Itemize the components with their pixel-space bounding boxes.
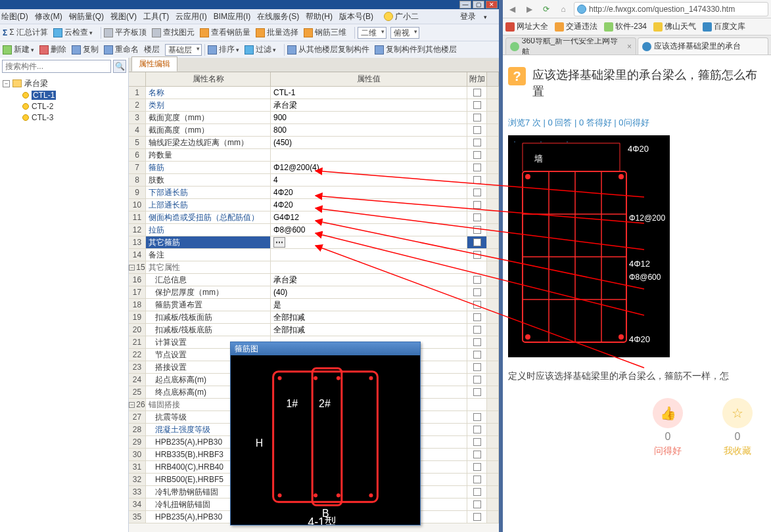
tree-root[interactable]: − 承台梁	[3, 78, 126, 89]
add-checkbox[interactable]	[473, 376, 481, 384]
menu-help[interactable]: 帮助(H)	[306, 11, 333, 22]
property-row[interactable]: 2类别承台梁	[129, 99, 499, 112]
favorite-button[interactable]: ☆ 0 我收藏	[722, 398, 753, 457]
add-checkbox[interactable]	[473, 301, 481, 309]
add-checkbox[interactable]	[473, 164, 481, 171]
add-checkbox[interactable]	[473, 451, 481, 458]
find-elem-button[interactable]: 查找图元	[152, 27, 195, 38]
stirrup-diagram-window[interactable]: 箍筋图 1# 2# H B 4-	[230, 342, 421, 525]
tree-item[interactable]: CTL-2	[3, 100, 126, 112]
property-row[interactable]: 9下部通长筋4Φ20	[129, 187, 499, 199]
add-checkbox[interactable]	[473, 276, 481, 284]
property-row[interactable]: 8肢数4	[129, 174, 499, 187]
browser-tab[interactable]: 360导航_新一代安全上网导航 ×	[505, 37, 636, 55]
search-input[interactable]	[2, 60, 111, 73]
add-checkbox[interactable]	[473, 351, 481, 359]
cloud-check-button[interactable]: 云检查▾	[53, 27, 93, 38]
good-question-button[interactable]: 👍 0 问得好	[653, 398, 683, 457]
property-row[interactable]: 13其它箍筋⋯	[129, 236, 499, 249]
menu-version[interactable]: 版本号(B)	[339, 11, 373, 22]
menu-bim[interactable]: BIM应用(I)	[214, 11, 251, 22]
url-bar[interactable]: http://e.fwxgx.com/question_1474330.htm	[574, 2, 768, 16]
collapse-icon[interactable]: −	[3, 80, 10, 87]
property-row[interactable]: 16 汇总信息承台梁	[129, 274, 499, 286]
add-checkbox[interactable]	[473, 151, 481, 159]
add-checkbox[interactable]	[473, 139, 481, 146]
add-checkbox[interactable]	[473, 251, 481, 259]
property-row[interactable]: 17 保护层厚度（mm）(40)	[129, 286, 499, 299]
add-checkbox[interactable]	[473, 388, 481, 396]
add-checkbox[interactable]	[473, 201, 481, 209]
add-checkbox[interactable]	[473, 513, 481, 521]
add-checkbox[interactable]	[473, 413, 481, 421]
property-row[interactable]: 19 扣减板/筏板面筋全部扣减	[129, 311, 499, 324]
copy-from-button[interactable]: 从其他楼层复制构件	[287, 44, 369, 55]
add-checkbox[interactable]	[473, 226, 481, 234]
add-checkbox[interactable]	[473, 213, 481, 221]
add-checkbox[interactable]	[473, 326, 481, 334]
property-row[interactable]: 5轴线距梁左边线距离（mm）(450)	[129, 137, 499, 149]
add-checkbox[interactable]	[473, 101, 481, 109]
sum-calc-button[interactable]: ΣΣ 汇总计算	[3, 27, 48, 38]
bookmark-item[interactable]: 网址大全	[505, 21, 548, 32]
add-checkbox[interactable]	[473, 363, 481, 371]
property-row[interactable]: 12拉筋Φ8@600	[129, 224, 499, 236]
tree-item[interactable]: CTL-3	[3, 112, 126, 123]
view-dir-select[interactable]: 俯视	[390, 27, 419, 39]
menu-modify[interactable]: 修改(M)	[35, 11, 62, 22]
batch-sel-button[interactable]: 批量选择	[256, 27, 298, 38]
bookmark-item[interactable]: 交通违法	[555, 21, 597, 32]
property-row[interactable]: −15其它属性	[129, 261, 499, 274]
bookmark-item[interactable]: 佛山天气	[653, 21, 696, 32]
add-checkbox[interactable]	[473, 426, 481, 433]
menu-rebar[interactable]: 钢筋量(Q)	[69, 11, 104, 22]
add-checkbox[interactable]	[473, 500, 481, 508]
new-button[interactable]: 新建▾	[3, 44, 34, 55]
back-button[interactable]: ◀	[505, 3, 519, 16]
property-row[interactable]: 3截面宽度（mm）900	[129, 112, 499, 124]
add-checkbox[interactable]	[473, 176, 481, 184]
rename-button[interactable]: 重命名	[104, 44, 139, 55]
bookmark-item[interactable]: 软件-234	[604, 21, 647, 32]
view-mode-select[interactable]: 二维	[358, 27, 386, 39]
rebar-3d-button[interactable]: 钢筋三维	[304, 27, 346, 38]
menu-view[interactable]: 视图(V)	[110, 11, 137, 22]
add-checkbox[interactable]	[473, 313, 481, 321]
property-row[interactable]: 10上部通长筋4Φ20	[129, 199, 499, 211]
delete-button[interactable]: 删除	[39, 44, 66, 55]
menu-cloud[interactable]: 云应用(I)	[175, 11, 206, 22]
add-checkbox[interactable]	[473, 488, 481, 496]
add-checkbox[interactable]	[473, 288, 481, 296]
menu-online[interactable]: 在线服务(S)	[257, 11, 299, 22]
menu-tool[interactable]: 工具(T)	[143, 11, 169, 22]
property-row[interactable]: 6跨数量	[129, 149, 499, 162]
add-checkbox[interactable]	[473, 338, 481, 346]
add-checkbox[interactable]	[473, 126, 481, 134]
menu-draw[interactable]: 绘图(D)	[1, 11, 28, 22]
search-button[interactable]: 🔍	[113, 60, 126, 73]
add-checkbox[interactable]	[473, 114, 481, 122]
login-link[interactable]: 登录▾	[460, 11, 494, 22]
maximize-button[interactable]: ▢	[473, 1, 484, 9]
tab-property-edit[interactable]: 属性编辑	[131, 56, 177, 72]
forward-button[interactable]: ▶	[523, 3, 536, 16]
property-row[interactable]: 4截面高度（mm）800	[129, 124, 499, 137]
floor-select[interactable]: 基础层	[165, 44, 202, 56]
browser-tab[interactable]: 应该选择基础梁里的承台	[638, 37, 768, 55]
property-row[interactable]: 7箍筋Φ12@200(4)	[129, 162, 499, 174]
add-checkbox[interactable]	[473, 476, 481, 483]
minimize-button[interactable]: —	[459, 1, 471, 9]
copy-button[interactable]: 复制	[72, 44, 99, 55]
tab-close-icon[interactable]: ×	[627, 42, 632, 51]
add-checkbox[interactable]	[473, 238, 481, 246]
add-checkbox[interactable]	[473, 89, 481, 97]
property-row[interactable]: 1名称CTL-1	[129, 87, 499, 99]
align-top-button[interactable]: 平齐板顶	[104, 27, 147, 38]
property-row[interactable]: 14备注	[129, 249, 499, 261]
add-checkbox[interactable]	[473, 188, 481, 196]
add-checkbox[interactable]	[473, 463, 481, 471]
property-row[interactable]: 20 扣减板/筏板底筋全部扣减	[129, 324, 499, 336]
home-button[interactable]: ⌂	[557, 3, 570, 16]
tree-item[interactable]: CTL-1	[3, 89, 126, 100]
add-checkbox[interactable]	[473, 438, 481, 446]
